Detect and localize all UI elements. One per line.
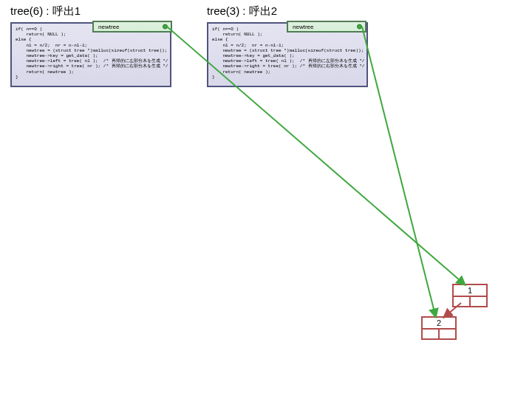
node-right-ptr <box>440 330 455 340</box>
pointer-dot-icon <box>163 24 168 30</box>
newtree-box-right: newtree <box>287 21 366 33</box>
newtree-label: newtree <box>98 24 119 30</box>
pointer-dot-icon <box>357 24 362 30</box>
node-key: 1 <box>454 285 486 297</box>
tree-node-1: 1 <box>452 284 488 307</box>
newtree-label: newtree <box>293 24 313 30</box>
node-right-ptr <box>471 297 486 307</box>
title-right: tree(3) : 呼出2 <box>207 4 277 18</box>
tree-node-2: 2 <box>421 316 457 340</box>
svg-line-1 <box>362 27 436 318</box>
node-left-ptr <box>454 297 471 307</box>
newtree-box-left: newtree <box>92 21 172 33</box>
node-key: 2 <box>423 318 455 330</box>
title-left: tree(6) : 呼出1 <box>10 4 81 18</box>
node-left-ptr <box>423 330 440 340</box>
diagram-stage: tree(6) : 呼出1 tree(3) : 呼出2 if( n==0 ) r… <box>0 0 532 399</box>
